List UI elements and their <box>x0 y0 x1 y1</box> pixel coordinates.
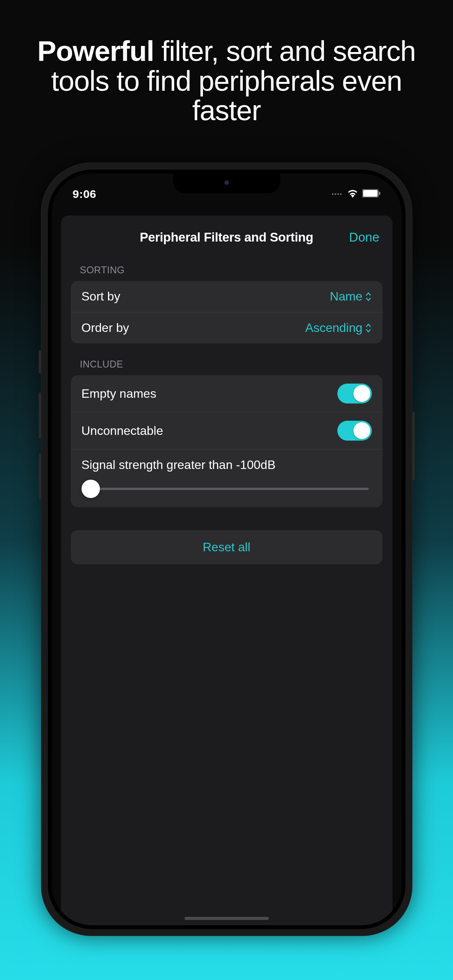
empty-names-row: Empty names <box>71 375 383 412</box>
include-section-header: INCLUDE <box>61 343 392 375</box>
sort-by-label: Sort by <box>82 289 120 304</box>
svg-rect-1 <box>363 190 378 197</box>
home-indicator[interactable] <box>185 917 269 920</box>
unconnectable-row: Unconnectable <box>71 412 383 449</box>
reset-group: Reset all <box>71 530 383 564</box>
wifi-icon <box>347 189 358 199</box>
chevron-updown-icon <box>365 291 372 302</box>
done-button[interactable]: Done <box>349 230 379 245</box>
reset-all-button[interactable]: Reset all <box>71 530 383 564</box>
unconnectable-label: Unconnectable <box>82 424 163 438</box>
power-button <box>412 412 415 480</box>
signal-strength-slider[interactable] <box>82 481 372 497</box>
phone-frame: 9:06 Peripheral Filters and Sorting <box>41 163 412 936</box>
slider-thumb[interactable] <box>82 480 100 498</box>
cellular-dots-icon <box>332 193 342 195</box>
phone-screen: 9:06 Peripheral Filters and Sorting <box>52 173 402 925</box>
sort-by-row[interactable]: Sort by Name <box>71 281 383 312</box>
sorting-group: Sort by Name Order by Ascending <box>71 281 383 343</box>
notch <box>173 173 280 193</box>
empty-names-toggle[interactable] <box>337 384 372 403</box>
signal-strength-row: Signal strength greater than -100dB <box>71 449 383 507</box>
unconnectable-toggle[interactable] <box>337 421 372 441</box>
modal-title: Peripheral Filters and Sorting <box>140 230 313 245</box>
order-by-label: Order by <box>82 321 129 335</box>
order-by-row[interactable]: Order by Ascending <box>71 312 383 343</box>
volume-up <box>39 392 41 438</box>
status-time: 9:06 <box>73 188 96 201</box>
svg-rect-2 <box>379 192 380 195</box>
modal-header: Peripheral Filters and Sorting Done <box>61 219 392 257</box>
sorting-section-header: SORTING <box>61 257 392 281</box>
empty-names-label: Empty names <box>82 387 157 401</box>
slider-track-line <box>85 488 369 490</box>
signal-strength-label: Signal strength greater than -100dB <box>82 458 372 472</box>
filter-modal: Peripheral Filters and Sorting Done SORT… <box>61 216 392 925</box>
sort-by-picker[interactable]: Name <box>330 289 371 304</box>
volume-down <box>39 454 41 500</box>
chevron-updown-icon <box>365 323 372 333</box>
include-group: Empty names Unconnectable Signal strengt… <box>71 375 383 507</box>
mute-switch <box>39 350 41 373</box>
marketing-headline: Powerful filter, sort and search tools t… <box>0 0 453 126</box>
order-by-picker[interactable]: Ascending <box>305 321 371 335</box>
battery-icon <box>362 189 381 199</box>
